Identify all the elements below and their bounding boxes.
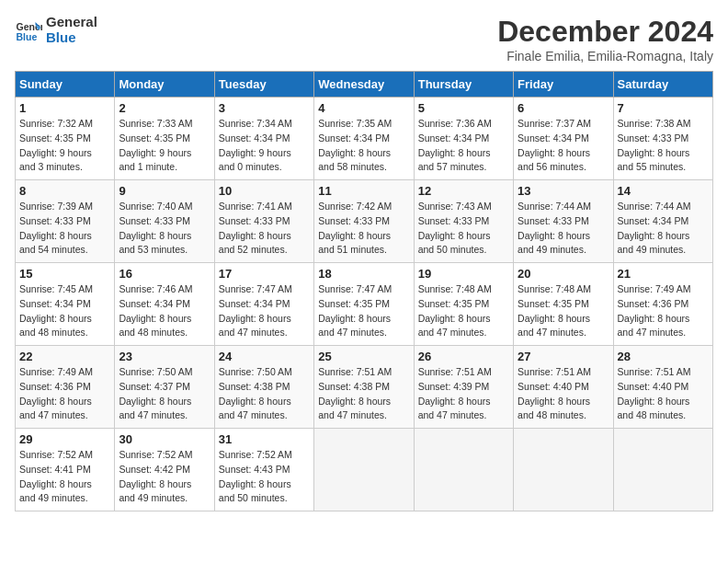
day-info: Sunrise: 7:51 AM Sunset: 4:40 PM Dayligh… bbox=[518, 365, 609, 423]
day-number: 27 bbox=[518, 350, 609, 363]
day-number: 7 bbox=[618, 101, 709, 115]
day-number: 13 bbox=[518, 184, 609, 198]
page-header: General Blue General Blue December 2024 … bbox=[15, 15, 713, 63]
day-info: Sunrise: 7:51 AM Sunset: 4:39 PM Dayligh… bbox=[418, 365, 509, 423]
col-wednesday: Wednesday bbox=[314, 72, 414, 98]
calendar-cell: 26Sunrise: 7:51 AM Sunset: 4:39 PM Dayli… bbox=[414, 346, 513, 429]
day-number: 30 bbox=[119, 432, 210, 446]
calendar-cell: 14Sunrise: 7:44 AM Sunset: 4:34 PM Dayli… bbox=[613, 180, 712, 263]
day-info: Sunrise: 7:48 AM Sunset: 4:35 PM Dayligh… bbox=[418, 282, 509, 340]
day-info: Sunrise: 7:34 AM Sunset: 4:34 PM Dayligh… bbox=[219, 117, 310, 175]
day-number: 20 bbox=[518, 267, 609, 281]
day-number: 22 bbox=[19, 350, 110, 363]
day-info: Sunrise: 7:52 AM Sunset: 4:42 PM Dayligh… bbox=[119, 448, 210, 506]
day-number: 28 bbox=[618, 350, 709, 363]
logo-icon: General Blue bbox=[15, 17, 42, 44]
calendar-cell: 28Sunrise: 7:51 AM Sunset: 4:40 PM Dayli… bbox=[613, 346, 712, 429]
day-info: Sunrise: 7:43 AM Sunset: 4:33 PM Dayligh… bbox=[418, 200, 509, 258]
day-number: 24 bbox=[219, 350, 310, 363]
day-number: 21 bbox=[618, 267, 709, 281]
logo-general: General bbox=[46, 15, 97, 30]
day-info: Sunrise: 7:38 AM Sunset: 4:33 PM Dayligh… bbox=[618, 117, 709, 175]
calendar-cell: 1Sunrise: 7:32 AM Sunset: 4:35 PM Daylig… bbox=[16, 98, 115, 180]
title-area: December 2024 Finale Emilia, Emilia-Roma… bbox=[497, 15, 713, 63]
calendar-header-row: Sunday Monday Tuesday Wednesday Thursday… bbox=[16, 72, 713, 98]
day-number: 11 bbox=[318, 184, 409, 198]
day-number: 2 bbox=[119, 101, 210, 115]
day-info: Sunrise: 7:47 AM Sunset: 4:34 PM Dayligh… bbox=[219, 282, 310, 340]
day-info: Sunrise: 7:44 AM Sunset: 4:33 PM Dayligh… bbox=[518, 200, 609, 258]
calendar-cell: 5Sunrise: 7:36 AM Sunset: 4:34 PM Daylig… bbox=[414, 98, 513, 180]
calendar-cell: 17Sunrise: 7:47 AM Sunset: 4:34 PM Dayli… bbox=[214, 263, 313, 346]
day-number: 6 bbox=[518, 101, 609, 115]
calendar-cell: 21Sunrise: 7:49 AM Sunset: 4:36 PM Dayli… bbox=[613, 263, 712, 346]
calendar-cell: 9Sunrise: 7:40 AM Sunset: 4:33 PM Daylig… bbox=[115, 180, 214, 263]
calendar-cell: 30Sunrise: 7:52 AM Sunset: 4:42 PM Dayli… bbox=[115, 429, 214, 511]
week-row-5: 29Sunrise: 7:52 AM Sunset: 4:41 PM Dayli… bbox=[16, 429, 713, 511]
calendar-cell: 19Sunrise: 7:48 AM Sunset: 4:35 PM Dayli… bbox=[414, 263, 513, 346]
day-info: Sunrise: 7:49 AM Sunset: 4:36 PM Dayligh… bbox=[19, 365, 110, 423]
day-info: Sunrise: 7:39 AM Sunset: 4:33 PM Dayligh… bbox=[19, 200, 110, 258]
calendar-cell bbox=[613, 429, 712, 511]
logo: General Blue General Blue bbox=[15, 15, 97, 45]
calendar-cell: 18Sunrise: 7:47 AM Sunset: 4:35 PM Dayli… bbox=[314, 263, 414, 346]
calendar-cell: 10Sunrise: 7:41 AM Sunset: 4:33 PM Dayli… bbox=[214, 180, 313, 263]
svg-text:Blue: Blue bbox=[17, 30, 38, 41]
day-info: Sunrise: 7:52 AM Sunset: 4:43 PM Dayligh… bbox=[219, 448, 310, 506]
day-number: 26 bbox=[418, 350, 509, 363]
calendar-cell: 11Sunrise: 7:42 AM Sunset: 4:33 PM Dayli… bbox=[314, 180, 414, 263]
day-info: Sunrise: 7:48 AM Sunset: 4:35 PM Dayligh… bbox=[518, 282, 609, 340]
location-title: Finale Emilia, Emilia-Romagna, Italy bbox=[497, 49, 713, 63]
day-info: Sunrise: 7:49 AM Sunset: 4:36 PM Dayligh… bbox=[618, 282, 709, 340]
week-row-4: 22Sunrise: 7:49 AM Sunset: 4:36 PM Dayli… bbox=[16, 346, 713, 429]
col-saturday: Saturday bbox=[613, 72, 712, 98]
week-row-2: 8Sunrise: 7:39 AM Sunset: 4:33 PM Daylig… bbox=[16, 180, 713, 263]
calendar-cell: 20Sunrise: 7:48 AM Sunset: 4:35 PM Dayli… bbox=[514, 263, 613, 346]
day-info: Sunrise: 7:50 AM Sunset: 4:37 PM Dayligh… bbox=[119, 365, 210, 423]
day-info: Sunrise: 7:36 AM Sunset: 4:34 PM Dayligh… bbox=[418, 117, 509, 175]
calendar-cell: 24Sunrise: 7:50 AM Sunset: 4:38 PM Dayli… bbox=[214, 346, 313, 429]
day-info: Sunrise: 7:35 AM Sunset: 4:34 PM Dayligh… bbox=[318, 117, 409, 175]
day-info: Sunrise: 7:52 AM Sunset: 4:41 PM Dayligh… bbox=[19, 448, 110, 506]
day-number: 9 bbox=[119, 184, 210, 198]
calendar-cell: 6Sunrise: 7:37 AM Sunset: 4:34 PM Daylig… bbox=[514, 98, 613, 180]
week-row-3: 15Sunrise: 7:45 AM Sunset: 4:34 PM Dayli… bbox=[16, 263, 713, 346]
calendar-cell: 23Sunrise: 7:50 AM Sunset: 4:37 PM Dayli… bbox=[115, 346, 214, 429]
calendar-cell: 2Sunrise: 7:33 AM Sunset: 4:35 PM Daylig… bbox=[115, 98, 214, 180]
day-info: Sunrise: 7:42 AM Sunset: 4:33 PM Dayligh… bbox=[318, 200, 409, 258]
day-number: 17 bbox=[219, 267, 310, 281]
calendar-cell: 27Sunrise: 7:51 AM Sunset: 4:40 PM Dayli… bbox=[514, 346, 613, 429]
calendar-cell: 15Sunrise: 7:45 AM Sunset: 4:34 PM Dayli… bbox=[16, 263, 115, 346]
day-number: 25 bbox=[318, 350, 409, 363]
day-info: Sunrise: 7:32 AM Sunset: 4:35 PM Dayligh… bbox=[19, 117, 110, 175]
day-number: 23 bbox=[119, 350, 210, 363]
day-info: Sunrise: 7:44 AM Sunset: 4:34 PM Dayligh… bbox=[618, 200, 709, 258]
day-info: Sunrise: 7:40 AM Sunset: 4:33 PM Dayligh… bbox=[119, 200, 210, 258]
day-number: 19 bbox=[418, 267, 509, 281]
calendar-cell: 31Sunrise: 7:52 AM Sunset: 4:43 PM Dayli… bbox=[214, 429, 313, 511]
day-number: 3 bbox=[219, 101, 310, 115]
day-info: Sunrise: 7:37 AM Sunset: 4:34 PM Dayligh… bbox=[518, 117, 609, 175]
day-info: Sunrise: 7:33 AM Sunset: 4:35 PM Dayligh… bbox=[119, 117, 210, 175]
col-friday: Friday bbox=[514, 72, 613, 98]
day-number: 16 bbox=[119, 267, 210, 281]
calendar-cell: 12Sunrise: 7:43 AM Sunset: 4:33 PM Dayli… bbox=[414, 180, 513, 263]
calendar-cell: 25Sunrise: 7:51 AM Sunset: 4:38 PM Dayli… bbox=[314, 346, 414, 429]
calendar-cell: 13Sunrise: 7:44 AM Sunset: 4:33 PM Dayli… bbox=[514, 180, 613, 263]
day-number: 18 bbox=[318, 267, 409, 281]
calendar-table: Sunday Monday Tuesday Wednesday Thursday… bbox=[15, 71, 713, 511]
week-row-1: 1Sunrise: 7:32 AM Sunset: 4:35 PM Daylig… bbox=[16, 98, 713, 180]
col-tuesday: Tuesday bbox=[214, 72, 313, 98]
day-info: Sunrise: 7:51 AM Sunset: 4:38 PM Dayligh… bbox=[318, 365, 409, 423]
day-info: Sunrise: 7:51 AM Sunset: 4:40 PM Dayligh… bbox=[618, 365, 709, 423]
day-number: 5 bbox=[418, 101, 509, 115]
calendar-cell bbox=[314, 429, 414, 511]
day-info: Sunrise: 7:50 AM Sunset: 4:38 PM Dayligh… bbox=[219, 365, 310, 423]
calendar-cell bbox=[514, 429, 613, 511]
day-number: 14 bbox=[618, 184, 709, 198]
day-number: 12 bbox=[418, 184, 509, 198]
calendar-cell: 4Sunrise: 7:35 AM Sunset: 4:34 PM Daylig… bbox=[314, 98, 414, 180]
day-number: 10 bbox=[219, 184, 310, 198]
day-number: 1 bbox=[19, 101, 110, 115]
day-info: Sunrise: 7:46 AM Sunset: 4:34 PM Dayligh… bbox=[119, 282, 210, 340]
